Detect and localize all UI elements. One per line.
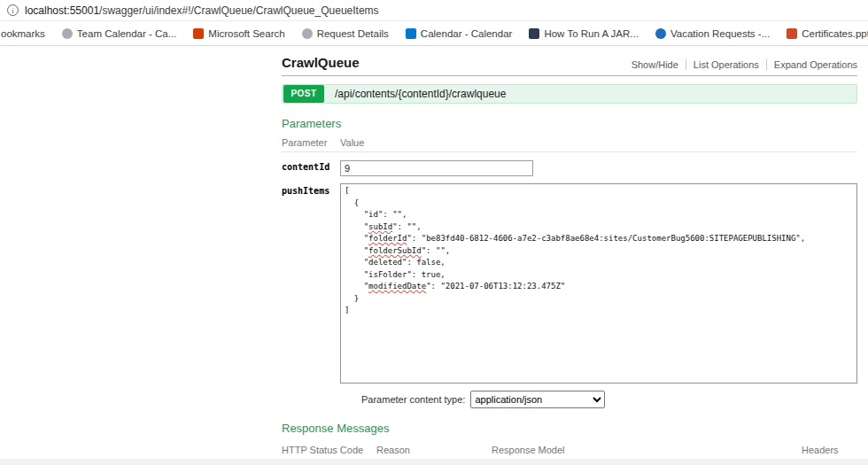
resource-heading: CrawlQueue Show/Hide List Operations Exp… <box>282 46 857 76</box>
bookmark-vacation-requests[interactable]: Vacation Requests -... <box>655 28 770 39</box>
operation-header[interactable]: POST /api/contents/{contentId}/crawlqueu… <box>282 84 857 104</box>
url-path: /swagger/ui/index#!/CrawlQueue/CrawlQueu… <box>99 4 379 17</box>
contentid-input[interactable] <box>340 160 533 176</box>
globe-icon <box>62 28 73 39</box>
powerpoint-icon <box>787 28 797 39</box>
calendar-icon <box>406 28 416 39</box>
show-hide-link[interactable]: Show/Hide <box>624 59 686 70</box>
bookmark-label: Certificates.pptx <box>802 28 868 39</box>
sharepoint-icon <box>655 28 666 39</box>
bookmark-how-to-run-jar[interactable]: How To Run A JAR... <box>529 28 639 39</box>
operation-path[interactable]: /api/contents/{contentId}/crawlqueue <box>335 88 506 100</box>
bookmark-label: Request Details <box>317 28 389 39</box>
microsoft-search-icon <box>193 28 204 39</box>
bookmark-request-details[interactable]: Request Details <box>302 28 389 39</box>
bookmark-label: Vacation Requests -... <box>670 28 770 39</box>
bookmark-microsoft-search[interactable]: Microsoft Search <box>193 28 284 39</box>
bookmark-team-calendar[interactable]: Team Calendar - Ca... <box>62 28 177 39</box>
content-type-label: Parameter content type: <box>361 394 465 405</box>
bookmark-label: Team Calendar - Ca... <box>77 28 177 39</box>
param-row-pushitems: pushItems [ { "id": "", "subId": "", "fo… <box>282 183 857 384</box>
globe-icon <box>302 28 313 39</box>
bookmark-certificates-pptx[interactable]: Certificates.pptx <box>787 28 868 39</box>
column-http-status-code: HTTP Status Code <box>282 445 376 455</box>
url-host: localhost:55001 <box>25 4 99 17</box>
bookmarks-bar: ookmarks Team Calendar - Ca... Microsoft… <box>0 21 868 46</box>
resource-title-link[interactable]: CrawlQueue <box>282 55 360 70</box>
address-bar[interactable]: i localhost:55001/swagger/ui/index#!/Cra… <box>0 0 868 21</box>
bookmarks-bar-label: ookmarks <box>1 28 45 39</box>
document-icon <box>529 28 539 39</box>
expand-operations-link[interactable]: Expand Operations <box>766 59 857 70</box>
list-operations-link[interactable]: List Operations <box>686 59 766 70</box>
bookmark-calendar[interactable]: Calendar - Calendar <box>406 28 513 39</box>
post-method-badge: POST <box>283 85 324 103</box>
pushitems-editor[interactable]: [ { "id": "", "subId": "", "folderId": "… <box>340 183 857 384</box>
column-headers: Headers <box>802 445 857 455</box>
column-reason: Reason <box>376 445 492 455</box>
column-parameter: Parameter <box>282 137 333 148</box>
param-row-contentid: contentId <box>282 159 857 176</box>
resource-links: Show/Hide List Operations Expand Operati… <box>624 59 857 70</box>
url-text[interactable]: localhost:55001/swagger/ui/index#!/Crawl… <box>25 4 379 17</box>
content-type-row: Parameter content type: application/json <box>361 391 857 408</box>
column-value: Value <box>340 137 857 148</box>
swagger-resource: CrawlQueue Show/Hide List Operations Exp… <box>282 46 857 465</box>
param-name-contentid: contentId <box>282 159 333 176</box>
bookmark-label: Microsoft Search <box>208 28 284 39</box>
param-name-pushitems: pushItems <box>282 183 333 384</box>
bookmark-label: How To Run A JAR... <box>544 28 639 39</box>
parameters-table-header: Parameter Value <box>282 130 857 152</box>
site-info-icon[interactable]: i <box>7 4 19 16</box>
page-bottom-edge <box>0 459 868 465</box>
parameters-heading: Parameters <box>282 117 857 130</box>
column-response-model: Response Model <box>492 445 802 455</box>
bookmark-label: Calendar - Calendar <box>421 28 513 39</box>
response-messages-heading: Response Messages <box>282 422 857 435</box>
content-type-select[interactable]: application/json <box>470 391 605 408</box>
responses-table-header: HTTP Status Code Reason Response Model H… <box>282 438 857 460</box>
